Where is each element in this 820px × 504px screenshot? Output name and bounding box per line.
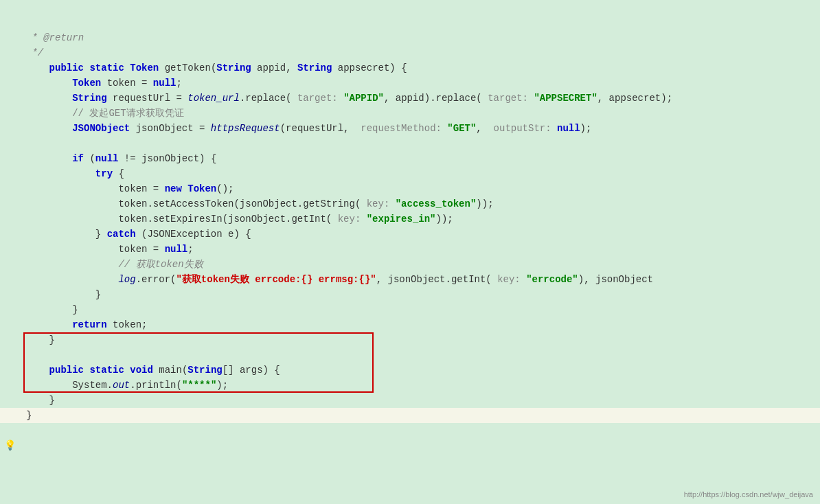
- code-line: return token;: [0, 317, 820, 332]
- line-text: return token;: [21, 317, 820, 332]
- line-text: } catch (JSONException e) {: [21, 227, 820, 242]
- code-line: public static void main(String[] args) {: [0, 363, 820, 378]
- line-text: log.error("获取token失败 errcode:{} errmsg:{…: [21, 272, 820, 287]
- line-text: * @return: [21, 30, 820, 45]
- lightbulb-icon[interactable]: 💡: [4, 439, 16, 451]
- line-text: }: [21, 302, 820, 317]
- code-line: token.setAccessToken(jsonObject.getStrin…: [0, 196, 820, 211]
- code-line: * @return: [0, 30, 820, 45]
- line-text: }: [21, 408, 820, 423]
- code-line: System.out.println("****");: [0, 378, 820, 393]
- code-line: // 获取token失败: [0, 257, 820, 272]
- code-line: */: [0, 45, 820, 60]
- code-line: }: [0, 302, 820, 317]
- code-line: public static Token getToken(String appi…: [0, 60, 820, 76]
- code-line: try {: [0, 166, 820, 181]
- code-line: token = null;: [0, 242, 820, 257]
- code-line: } catch (JSONException e) {: [0, 227, 820, 242]
- line-text: token.setAccessToken(jsonObject.getStrin…: [21, 196, 820, 211]
- code-line: }: [0, 408, 820, 423]
- code-line: JSONObject jsonObject = httpsRequest(req…: [0, 121, 820, 136]
- line-text: }: [21, 287, 820, 302]
- line-text: System.out.println("****");: [21, 378, 820, 393]
- code-line: Token token = null;: [0, 76, 820, 91]
- code-line: if (null != jsonObject) {: [0, 151, 820, 166]
- code-line: // 发起GET请求获取凭证: [0, 106, 820, 121]
- line-text: }: [21, 332, 820, 347]
- code-line: }: [0, 287, 820, 302]
- code-line: log.error("获取token失败 errcode:{} errmsg:{…: [0, 272, 820, 287]
- code-editor: * @return */ public static Token getToke…: [0, 0, 820, 504]
- watermark: http://https://blog.csdn.net/wjw_deijava: [684, 490, 813, 499]
- line-text: token.setExpiresIn(jsonObject.getInt( ke…: [21, 211, 820, 227]
- line-text: try {: [21, 166, 820, 181]
- line-text: // 获取token失败: [21, 257, 820, 272]
- line-text: public static void main(String[] args) {: [21, 363, 820, 378]
- code-line: String requestUrl = token_url.replace( t…: [0, 91, 820, 106]
- line-text: */: [21, 45, 820, 60]
- line-text: public static Token getToken(String appi…: [21, 60, 820, 76]
- code-content: * @return */ public static Token getToke…: [0, 0, 820, 423]
- line-text: String requestUrl = token_url.replace( t…: [21, 91, 820, 106]
- code-line: token.setExpiresIn(jsonObject.getInt( ke…: [0, 211, 820, 227]
- line-text: }: [21, 393, 820, 408]
- line-text: JSONObject jsonObject = httpsRequest(req…: [21, 121, 820, 136]
- code-line: [0, 347, 820, 363]
- code-line: }: [0, 393, 820, 408]
- line-text: if (null != jsonObject) {: [21, 151, 820, 166]
- code-line: token = new Token();: [0, 181, 820, 196]
- code-line: [0, 136, 820, 151]
- line-text: token = null;: [21, 242, 820, 257]
- line-text: token = new Token();: [21, 181, 820, 196]
- line-text: // 发起GET请求获取凭证: [21, 106, 820, 121]
- code-line: }: [0, 332, 820, 347]
- line-text: Token token = null;: [21, 76, 820, 91]
